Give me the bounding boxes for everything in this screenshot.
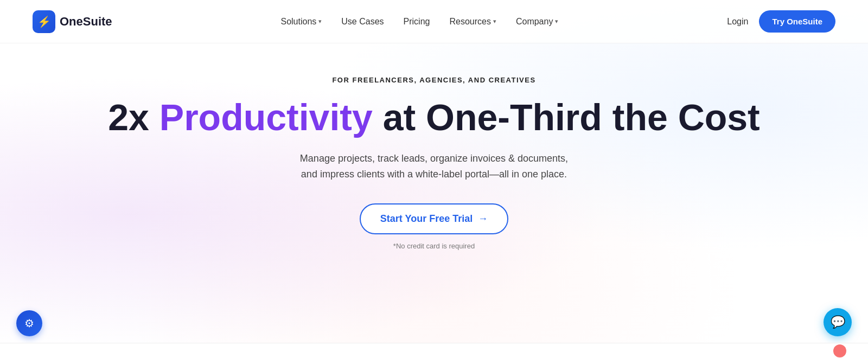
nav-item-usecases[interactable]: Use Cases — [341, 17, 384, 27]
headline-highlight: Productivity — [159, 97, 373, 138]
cta-label: Start Your Free Trial — [380, 213, 473, 225]
chat-icon: 💬 — [831, 315, 845, 329]
bottom-left-widget[interactable]: ⚙ — [16, 310, 42, 336]
chat-widget-button[interactable]: 💬 — [824, 308, 852, 336]
nav-center: Solutions ▾ Use Cases Pricing Resources … — [280, 17, 558, 27]
navbar: ⚡ OneSuite Solutions ▾ Use Cases Pricing… — [0, 0, 868, 43]
try-onesuite-button[interactable]: Try OneSuite — [759, 10, 835, 33]
headline-suffix: at One-Third the Cost — [373, 97, 760, 138]
arrow-icon: → — [478, 213, 488, 225]
logo-area: ⚡ OneSuite — [33, 10, 112, 33]
login-button[interactable]: Login — [727, 17, 748, 27]
chevron-down-icon: ▾ — [493, 18, 496, 25]
logo-text: OneSuite — [60, 15, 112, 29]
chevron-down-icon: ▾ — [318, 18, 322, 25]
gear-icon: ⚙ — [24, 317, 34, 330]
bottom-bar — [0, 343, 868, 358]
hero-subtext: Manage projects, track leads, organize i… — [300, 151, 568, 182]
nav-item-pricing[interactable]: Pricing — [404, 17, 430, 27]
nav-right: Login Try OneSuite — [727, 10, 835, 33]
nav-item-company[interactable]: Company ▾ — [516, 17, 558, 27]
hero-eyebrow: FOR FREELANCERS, AGENCIES, AND CREATIVES — [332, 76, 535, 84]
hero-section: FOR FREELANCERS, AGENCIES, AND CREATIVES… — [0, 43, 868, 272]
logo-icon: ⚡ — [33, 10, 55, 33]
free-trial-button[interactable]: Start Your Free Trial → — [360, 203, 508, 234]
no-cc-text: *No credit card is required — [393, 242, 475, 250]
hero-headline: 2x Productivity at One-Third the Cost — [108, 97, 760, 138]
nav-item-solutions[interactable]: Solutions ▾ — [280, 17, 322, 27]
page-wrapper: ⚡ OneSuite Solutions ▾ Use Cases Pricing… — [0, 0, 868, 358]
headline-prefix: 2x — [108, 97, 159, 138]
avatar — [833, 344, 846, 357]
chevron-down-icon: ▾ — [555, 18, 558, 25]
nav-item-resources[interactable]: Resources ▾ — [449, 17, 496, 27]
